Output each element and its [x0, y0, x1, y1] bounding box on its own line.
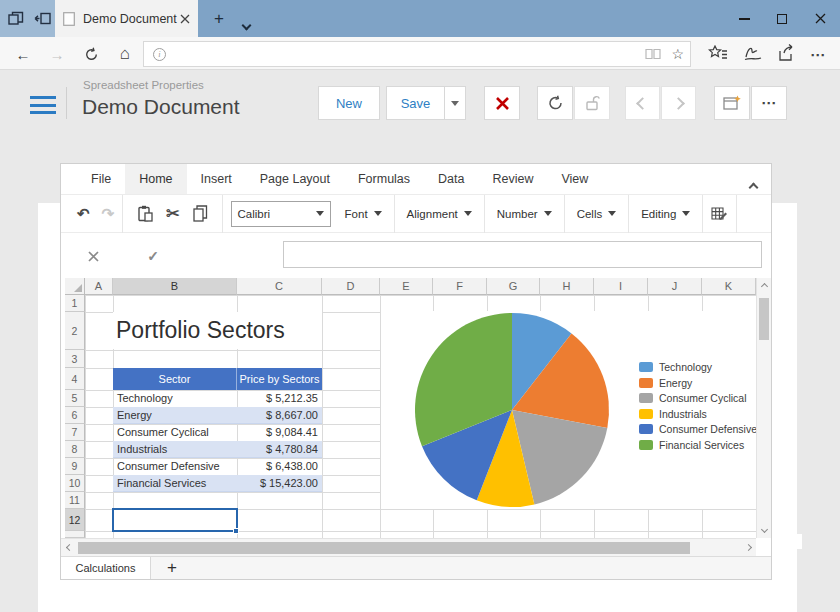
table-header-cell[interactable]: Sector	[113, 368, 237, 390]
tab-preview-chevron-icon[interactable]	[243, 15, 250, 33]
column-header-A[interactable]: A	[85, 278, 113, 295]
new-button[interactable]: New	[318, 86, 380, 120]
row-header-7[interactable]: 7	[65, 424, 85, 441]
cell-sector[interactable]: Financial Services	[113, 475, 237, 492]
browser-tab[interactable]: Demo Document	[55, 0, 198, 37]
cell-sector[interactable]: Energy	[113, 407, 237, 424]
alignment-dropdown[interactable]: Alignment	[403, 208, 476, 220]
scroll-left-icon[interactable]	[61, 539, 77, 556]
save-button[interactable]: Save	[386, 86, 444, 120]
editing-dropdown[interactable]: Editing	[637, 208, 694, 220]
maximize-button[interactable]	[763, 0, 801, 37]
cell-sector[interactable]: Consumer Cyclical	[113, 424, 237, 441]
sheet-tab-calculations[interactable]: Calculations	[61, 557, 151, 579]
vertical-scrollbar[interactable]	[756, 278, 771, 538]
unlock-button[interactable]	[574, 86, 610, 120]
set-tab-aside-icon[interactable]	[32, 9, 52, 28]
column-header-C[interactable]: C	[237, 278, 322, 295]
next-button[interactable]	[661, 86, 696, 120]
properties-button[interactable]	[714, 86, 750, 120]
row-header-4[interactable]: 4	[65, 368, 85, 390]
horizontal-scroll-thumb[interactable]	[78, 542, 690, 554]
cells-dropdown[interactable]: Cells	[573, 208, 621, 220]
cell-price[interactable]: $ 4,780.84	[237, 441, 322, 458]
undo-icon[interactable]: ↶	[77, 205, 90, 223]
vertical-scroll-thumb[interactable]	[759, 298, 769, 340]
minimize-button[interactable]	[725, 0, 763, 37]
row-header-8[interactable]: 8	[65, 441, 85, 458]
select-all-corner[interactable]	[65, 278, 85, 295]
table-header-cell[interactable]: Price by Sectors	[237, 368, 322, 390]
tab-close-icon[interactable]	[180, 14, 190, 24]
ribbon-tab-page-layout[interactable]: Page Layout	[246, 164, 344, 194]
new-tab-button[interactable]: +	[203, 0, 235, 37]
active-cell-selection[interactable]	[112, 508, 238, 532]
back-icon[interactable]: ←	[12, 44, 34, 64]
share-icon[interactable]	[777, 44, 796, 66]
refresh-icon[interactable]	[80, 44, 102, 64]
cell-sector[interactable]: Industrials	[113, 441, 237, 458]
column-header-I[interactable]: I	[594, 278, 648, 295]
home-icon[interactable]: ⌂	[114, 44, 136, 64]
ribbon-tab-home[interactable]: Home	[125, 164, 186, 194]
cut-icon[interactable]: ✂	[166, 204, 179, 223]
format-table-icon[interactable]	[711, 206, 728, 222]
ribbon-tab-formulas[interactable]: Formulas	[344, 164, 424, 194]
prev-button[interactable]	[625, 86, 660, 120]
row-header-11[interactable]: 11	[65, 492, 85, 509]
tabs-set-aside-icon[interactable]	[6, 9, 26, 28]
delete-document-button[interactable]	[484, 86, 520, 120]
number-dropdown[interactable]: Number	[493, 208, 556, 220]
column-header-K[interactable]: K	[702, 278, 756, 295]
grid[interactable]: ABCDEFGHIJK123456789101112Portfolio Sect…	[61, 278, 756, 538]
row-header-10[interactable]: 10	[65, 475, 85, 492]
paste-icon[interactable]	[137, 205, 153, 222]
cell-sector[interactable]: Consumer Defensive	[113, 458, 237, 475]
browser-more-icon[interactable]: ⋯	[810, 46, 826, 64]
column-header-J[interactable]: J	[648, 278, 702, 295]
cell-price[interactable]: $ 9,084.41	[237, 424, 322, 441]
column-header-H[interactable]: H	[540, 278, 594, 295]
ribbon-tab-insert[interactable]: Insert	[187, 164, 246, 194]
cell-price[interactable]: $ 5,212.35	[237, 390, 322, 407]
column-header-F[interactable]: F	[433, 278, 487, 295]
horizontal-scrollbar[interactable]	[61, 538, 756, 556]
redo-icon[interactable]: ↷	[102, 205, 115, 223]
copy-icon[interactable]	[193, 205, 208, 222]
cell-B2-title[interactable]: Portfolio Sectors	[113, 312, 322, 349]
formula-input[interactable]	[283, 241, 762, 268]
pie-chart[interactable]: TechnologyEnergyConsumer CyclicalIndustr…	[381, 311, 756, 509]
cancel-icon[interactable]	[83, 247, 103, 265]
cell-price[interactable]: $ 6,438.00	[237, 458, 322, 475]
column-header-B[interactable]: B	[113, 278, 237, 295]
row-header-3[interactable]: 3	[65, 350, 85, 368]
address-bar[interactable]: i ☆	[143, 41, 691, 67]
column-header-E[interactable]: E	[380, 278, 433, 295]
row-header-6[interactable]: 6	[65, 407, 85, 424]
font-dropdown[interactable]: Font	[341, 208, 386, 220]
hub-icon[interactable]	[708, 45, 728, 66]
favorite-star-icon[interactable]: ☆	[671, 46, 684, 62]
scroll-right-icon[interactable]	[740, 539, 756, 556]
cell-sector[interactable]: Technology	[113, 390, 237, 407]
info-icon[interactable]: i	[153, 48, 166, 61]
ribbon-tab-data[interactable]: Data	[424, 164, 478, 194]
header-more-button[interactable]: ⋯	[751, 86, 787, 120]
web-note-icon[interactable]	[743, 44, 763, 66]
menu-icon[interactable]	[30, 96, 56, 114]
collapse-ribbon-icon[interactable]	[750, 177, 757, 195]
row-header-5[interactable]: 5	[65, 390, 85, 407]
column-header-G[interactable]: G	[487, 278, 540, 295]
scroll-down-icon[interactable]	[757, 521, 771, 538]
row-header-9[interactable]: 9	[65, 458, 85, 475]
save-dropdown-button[interactable]	[444, 86, 466, 120]
font-name-combobox[interactable]: Calibri	[231, 201, 331, 227]
fill-handle[interactable]	[233, 528, 239, 534]
row-header-2[interactable]: 2	[65, 312, 85, 350]
ribbon-tab-review[interactable]: Review	[478, 164, 547, 194]
forward-icon[interactable]: →	[46, 44, 68, 64]
reading-view-icon[interactable]	[645, 48, 661, 60]
close-button[interactable]	[801, 0, 839, 37]
cell-price[interactable]: $ 8,667.00	[237, 407, 322, 424]
scroll-up-icon[interactable]	[757, 278, 771, 295]
